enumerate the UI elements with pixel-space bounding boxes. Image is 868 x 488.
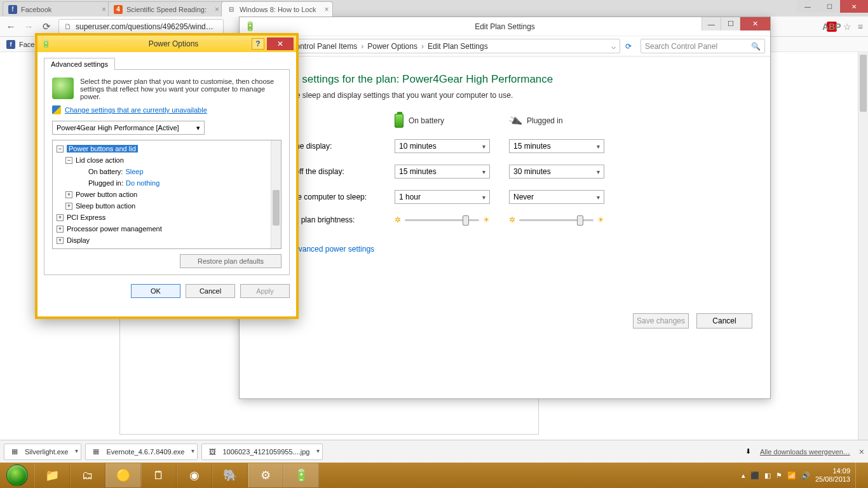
system-tray[interactable]: ▴ ⬛ ◧ ⚑ 📶 🔊 14:09 25/08/2013	[735, 463, 868, 488]
expand-icon[interactable]: +	[57, 226, 64, 233]
tray-flag-icon[interactable]: ⚑	[776, 471, 782, 480]
scrollbar-thumb[interactable]	[860, 55, 867, 112]
close-tab-icon[interactable]: ×	[102, 5, 106, 14]
task-sticky[interactable]: 🗒	[141, 463, 177, 487]
tree-node[interactable]: Power button action	[76, 191, 137, 198]
task-evernote[interactable]: 🐘	[212, 463, 248, 487]
brightness-battery-slider[interactable]: ✲ ☀	[395, 215, 490, 224]
off-plugged-select[interactable]: 30 minutes▾	[509, 165, 604, 179]
site-info-icon[interactable]: 🗋	[64, 22, 72, 31]
po-close-button[interactable]: ✕	[267, 37, 294, 50]
sun-bright-icon: ☀	[597, 215, 604, 224]
po-cancel-button[interactable]: Cancel	[186, 284, 235, 298]
chevron-down-icon[interactable]: ▾	[191, 447, 194, 454]
tab-superuser[interactable]: ⊟ Windows 8: How to Lock ×	[221, 1, 333, 17]
scrollbar-thumb[interactable]	[273, 190, 280, 226]
chrome-max-button[interactable]: ☐	[818, 0, 840, 13]
tab-facebook[interactable]: f Facebook ×	[3, 1, 111, 17]
tree-node[interactable]: PCI Express	[67, 214, 105, 221]
save-button[interactable]: Save changes	[633, 313, 689, 329]
cp-min-button[interactable]: —	[702, 17, 721, 30]
tray-icon[interactable]: ⬛	[750, 471, 759, 480]
dim-plugged-select[interactable]: 15 minutes▾	[509, 139, 604, 153]
tree-leaf-value[interactable]: Do nothing	[126, 179, 159, 187]
expand-icon[interactable]: +	[57, 248, 64, 250]
cancel-button[interactable]: Cancel	[696, 313, 752, 329]
refresh-icon[interactable]: ⟳	[625, 42, 632, 51]
task-chrome[interactable]: 🟡	[105, 463, 141, 487]
address-bar[interactable]: 🗋 superuser.com/questions/496295/wind…	[58, 19, 224, 34]
breadcrumb-bar[interactable]: 🔋 « All Control Panel Items› Power Optio…	[254, 39, 621, 53]
expand-icon[interactable]: +	[65, 203, 72, 210]
settings-tree[interactable]: −Power buttons and lid −Lid close action…	[52, 140, 281, 249]
tray-network-icon[interactable]: 📶	[787, 471, 796, 480]
sleep-battery-select[interactable]: 1 hour▾	[395, 190, 490, 204]
tree-node[interactable]: Lid close action	[76, 156, 124, 164]
favicon-facebook: f	[8, 5, 17, 14]
power-plan-select[interactable]: Power4Gear High Performance [Active] ▾	[52, 121, 205, 135]
task-poweroptions[interactable]: 🔋	[283, 463, 319, 487]
tree-node-selected[interactable]: Power buttons and lid	[67, 145, 138, 152]
expand-icon[interactable]: +	[57, 237, 64, 244]
off-battery-select[interactable]: 15 minutes▾	[395, 165, 490, 179]
chrome-menu-icon[interactable]: ≡	[858, 22, 863, 32]
change-unavailable-link[interactable]: Change settings that are currently unava…	[65, 106, 207, 114]
tree-node[interactable]: Sleep button action	[76, 202, 135, 210]
dim-battery-select[interactable]: 10 minutes▾	[395, 139, 490, 153]
chevron-down-icon[interactable]: ▾	[75, 447, 78, 454]
breadcrumb-1[interactable]: Power Options	[367, 42, 417, 51]
chevron-down-icon: ▾	[482, 194, 485, 201]
start-button[interactable]	[0, 463, 34, 488]
tab-speedreading[interactable]: 4 Scientific Speed Reading: ×	[108, 1, 224, 17]
expand-icon[interactable]: +	[57, 214, 64, 221]
chevron-down-icon[interactable]: ▾	[316, 447, 320, 454]
tree-node[interactable]: Processor power management	[67, 225, 162, 233]
chrome-close-button[interactable]: ✕	[840, 0, 868, 13]
abp-icon[interactable]: ABP	[827, 22, 837, 32]
download-item[interactable]: ▦Silverlight.exe▾	[4, 444, 81, 460]
tray-up-icon[interactable]: ▴	[742, 471, 745, 480]
bookmark-star-icon[interactable]: ☆	[843, 22, 851, 32]
breadcrumb-dropdown-icon[interactable]: ⌵	[611, 42, 616, 51]
task-explorer[interactable]: 📁	[34, 463, 70, 487]
expand-icon[interactable]: +	[65, 191, 72, 198]
close-tab-icon[interactable]: ×	[324, 5, 329, 14]
task-app[interactable]: 🗂	[70, 463, 105, 487]
show-desktop-button[interactable]	[855, 463, 862, 488]
tray-clock[interactable]: 14:09 25/08/2013	[815, 467, 850, 484]
search-input[interactable]: Search Control Panel 🔍	[641, 39, 765, 53]
apply-button[interactable]: Apply	[240, 284, 290, 298]
chrome-min-button[interactable]: —	[797, 0, 818, 13]
cp-titlebar[interactable]: 🔋 Edit Plan Settings — ☐ ✕	[240, 17, 770, 36]
tree-scrollbar[interactable]	[271, 140, 281, 248]
tab-advanced[interactable]: Advanced settings	[44, 58, 115, 70]
tree-node[interactable]: Multimedia settings	[67, 248, 126, 249]
back-button[interactable]: ←	[5, 21, 17, 32]
ok-button[interactable]: OK	[131, 284, 180, 298]
collapse-icon[interactable]: −	[57, 146, 64, 152]
download-item[interactable]: 🖼1006023_4121059955....jpg▾	[201, 444, 323, 460]
restore-defaults-button[interactable]: Restore plan defaults	[180, 254, 281, 268]
cp-max-button[interactable]: ☐	[721, 17, 740, 30]
collapse-icon[interactable]: −	[65, 157, 72, 164]
tree-node[interactable]: Display	[67, 236, 90, 244]
po-titlebar[interactable]: 🔋 Power Options ? ✕	[37, 36, 296, 52]
sleep-plugged-select[interactable]: Never▾	[509, 190, 604, 204]
bookmark-fb-icon[interactable]: f	[6, 40, 15, 49]
download-item[interactable]: ▦Evernote_4.6.7.8409.exe▾	[85, 444, 198, 460]
show-all-downloads-link[interactable]: Alle downloads weergeven…	[760, 448, 850, 456]
close-tab-icon[interactable]: ×	[215, 5, 219, 14]
cp-close-button[interactable]: ✕	[740, 17, 770, 30]
task-media[interactable]: ◉	[177, 463, 212, 487]
tree-leaf-value[interactable]: Sleep	[125, 168, 143, 175]
reload-button[interactable]: ⟳	[41, 21, 52, 32]
page-scrollbar[interactable]	[858, 52, 868, 440]
brightness-plugged-slider[interactable]: ✲ ☀	[509, 215, 604, 224]
task-controlpanel[interactable]: ⚙	[248, 463, 283, 487]
help-button[interactable]: ?	[252, 38, 264, 50]
close-downloads-bar[interactable]: ×	[859, 447, 864, 457]
breadcrumb-2[interactable]: Edit Plan Settings	[428, 42, 488, 51]
tray-icon[interactable]: ◧	[764, 471, 771, 480]
tray-volume-icon[interactable]: 🔊	[801, 471, 810, 480]
forward-button[interactable]: →	[23, 21, 34, 32]
